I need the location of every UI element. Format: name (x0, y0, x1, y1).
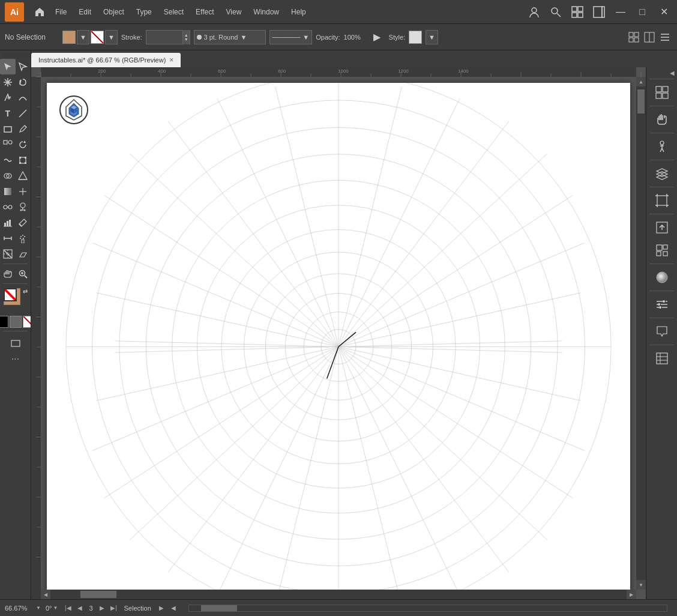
panel-icon[interactable] (591, 4, 607, 20)
stop-btn[interactable]: ◀ (168, 603, 179, 614)
status-scrollbar[interactable] (188, 605, 667, 612)
lasso-btn[interactable] (16, 74, 31, 90)
panel-collapse-btn[interactable]: ◀ (667, 70, 677, 76)
horizontal-scrollbar[interactable]: ◀ ▶ (41, 590, 636, 599)
menu-object[interactable]: Object (98, 5, 129, 19)
nav-prev-btn[interactable]: ◀ (74, 603, 85, 614)
gradient-tool-btn[interactable] (0, 184, 16, 199)
selection-tool-btn[interactable] (0, 59, 16, 74)
menu-view[interactable]: View (221, 5, 247, 19)
grid-view-panel-btn[interactable] (651, 82, 673, 103)
stroke-profile-dropdown[interactable]: ────── ▼ (269, 30, 313, 44)
rotation-dropdown-arrow[interactable]: ▼ (53, 605, 58, 611)
grey-box[interactable] (10, 316, 22, 328)
menu-file[interactable]: File (50, 5, 71, 19)
comment-btn[interactable] (651, 321, 673, 342)
scroll-down-btn[interactable]: ▼ (636, 580, 646, 590)
stroke-none-swatch[interactable] (91, 31, 104, 44)
tab-close-btn[interactable]: × (169, 56, 173, 64)
menu-type[interactable]: Type (131, 5, 157, 19)
scroll-left-btn[interactable]: ◀ (41, 590, 50, 599)
swap-colors-icon[interactable]: ⇄ (23, 288, 28, 295)
nav-last-btn[interactable]: ▶| (109, 603, 119, 614)
rectangle-tool-btn[interactable] (0, 121, 16, 137)
fill-dropdown[interactable]: ▼ (77, 30, 89, 44)
grid-view-icon[interactable] (627, 30, 641, 44)
pen-tool-btn[interactable] (0, 90, 16, 106)
scroll-thumb-h[interactable] (80, 591, 116, 598)
hand-tool-btn[interactable] (0, 266, 16, 282)
search-user-icon[interactable] (526, 4, 543, 20)
pencil-tool-btn[interactable] (16, 121, 31, 137)
layers-btn[interactable] (651, 163, 673, 184)
stroke-down-arrow[interactable]: ▼ (183, 37, 190, 41)
zoom-dropdown-arrow[interactable]: ▼ (36, 605, 41, 611)
opacity-more-icon[interactable]: ▶ (369, 29, 385, 46)
shaper-tool-btn[interactable] (0, 137, 16, 152)
spray-brush-btn[interactable] (16, 231, 31, 246)
measure-btn[interactable] (0, 231, 16, 246)
scroll-thumb-v[interactable] (637, 89, 645, 113)
black-box[interactable] (0, 316, 8, 328)
restore-icon[interactable]: □ (634, 4, 651, 20)
artboard[interactable] (47, 83, 630, 593)
warp-tool-btn[interactable] (0, 152, 16, 168)
puppet-btn[interactable] (651, 136, 673, 157)
mesh-tool-btn[interactable] (16, 184, 31, 199)
shape-builder-btn[interactable] (0, 168, 16, 184)
change-screen-mode-btn[interactable] (8, 336, 23, 351)
line-segment-btn[interactable] (16, 106, 31, 121)
stroke-type-dropdown[interactable]: 3 pt. Round ▼ (194, 30, 266, 44)
blend-tool-btn[interactable] (0, 199, 16, 215)
search-icon[interactable] (547, 4, 564, 20)
slice-tool-btn[interactable] (0, 246, 16, 262)
stroke-value-input[interactable] (146, 34, 182, 41)
none-box[interactable] (23, 316, 32, 328)
menu-help[interactable]: Help (286, 5, 311, 19)
hand-panel-btn[interactable] (651, 109, 673, 130)
fill-color-swatch[interactable] (62, 31, 76, 44)
scroll-up-btn[interactable]: ▲ (636, 77, 646, 86)
direct-selection-tool-btn[interactable] (16, 59, 31, 74)
type-tool-btn[interactable]: T (0, 106, 16, 121)
perspective-grid-btn[interactable] (16, 168, 31, 184)
nav-next-btn[interactable]: ▶ (97, 603, 107, 614)
status-scroll-thumb[interactable] (201, 605, 237, 611)
magic-wand-btn[interactable] (0, 74, 16, 90)
menu-window[interactable]: Window (248, 5, 284, 19)
symbol-sprayer-btn[interactable] (16, 199, 31, 215)
appearance-circle-btn[interactable] (651, 267, 673, 288)
stroke-color-display[interactable] (4, 288, 17, 301)
free-transform-btn[interactable] (16, 152, 31, 168)
vertical-scrollbar[interactable]: ▲ ▼ (636, 77, 646, 590)
style-dropdown[interactable]: ▼ (426, 30, 438, 44)
play-btn[interactable]: ▶ (156, 603, 167, 614)
stroke-dropdown[interactable]: ▼ (105, 30, 118, 44)
menu-edit[interactable]: Edit (74, 5, 96, 19)
zoom-tool-btn[interactable] (16, 266, 31, 282)
column-graph-btn[interactable] (0, 215, 16, 231)
home-button[interactable] (31, 4, 48, 20)
more-tools-btn[interactable]: ··· (11, 354, 19, 364)
style-swatch[interactable] (409, 31, 422, 44)
eyedropper-btn[interactable] (16, 215, 31, 231)
minimize-icon[interactable]: — (612, 4, 629, 20)
properties-btn[interactable] (651, 294, 673, 315)
nav-first-btn[interactable]: |◀ (62, 603, 73, 614)
document-tab[interactable]: Instructables.ai* @ 66.67 % (RGB/Preview… (31, 53, 181, 67)
scroll-right-btn[interactable]: ▶ (627, 590, 636, 599)
menu-effect[interactable]: Effect (191, 5, 218, 19)
eraser-btn[interactable] (16, 246, 31, 262)
menu-select[interactable]: Select (159, 5, 188, 19)
hamburger-menu-icon[interactable] (658, 30, 672, 44)
canvas-scroll-container[interactable]: ▲ ▼ ◀ ▶ (41, 77, 646, 599)
curvature-tool-btn[interactable] (16, 90, 31, 106)
rotate-tool-btn[interactable] (16, 137, 31, 152)
stroke-up-arrow[interactable]: ▲ (183, 33, 190, 37)
asset-export-btn[interactable] (651, 240, 673, 261)
artboard-btn[interactable] (651, 190, 673, 211)
libraries-btn[interactable] (651, 348, 673, 369)
panel-arrange-icon[interactable] (642, 30, 657, 44)
close-icon[interactable]: ✕ (655, 4, 672, 20)
export-btn[interactable] (651, 217, 673, 238)
